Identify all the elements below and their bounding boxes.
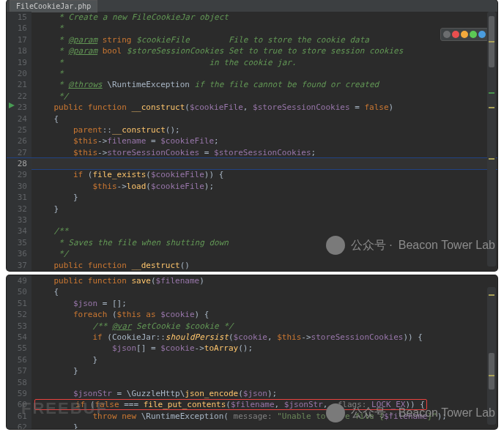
- code-line[interactable]: 22 */: [7, 91, 497, 102]
- line-number: 25: [7, 124, 32, 135]
- line-number: 26: [7, 135, 32, 146]
- code-line[interactable]: 25 parent::__construct();: [7, 124, 497, 135]
- code-line[interactable]: 57 }: [7, 365, 497, 376]
- line-number: 22: [7, 91, 32, 102]
- code-line[interactable]: 32 }: [7, 204, 497, 215]
- code-line[interactable]: 28: [7, 158, 497, 169]
- scrollbar-bottom[interactable]: [487, 287, 496, 425]
- line-number: 49: [7, 275, 32, 286]
- code-line[interactable]: 19 * in the cookie jar.: [7, 57, 497, 68]
- code-line[interactable]: 54 if (CookieJar::shouldPersist($cookie,…: [7, 332, 497, 343]
- code-line[interactable]: 16 *: [7, 23, 497, 34]
- line-number: 31: [7, 192, 32, 203]
- code-line[interactable]: 34 /**: [7, 226, 497, 237]
- code-line[interactable]: 55 $json[] = $cookie->toArray();: [7, 343, 497, 354]
- code-line[interactable]: 27 $this->storeSessionCookies = $storeSe…: [7, 147, 497, 158]
- line-number: 62: [7, 422, 32, 429]
- run-icon[interactable]: [8, 102, 15, 109]
- line-number: 56: [7, 354, 32, 365]
- line-number: 57: [7, 365, 32, 376]
- code-area-top[interactable]: 15 * Create a new FileCookieJar object16…: [7, 12, 497, 271]
- code-line[interactable]: 17 * @param string $cookieFile File to s…: [7, 34, 497, 45]
- line-number: 34: [7, 226, 32, 237]
- code-line[interactable]: 24 {: [7, 113, 497, 124]
- code-line[interactable]: 15 * Create a new FileCookieJar object: [7, 12, 497, 23]
- code-line[interactable]: 23 public function __construct($cookieFi…: [7, 102, 497, 113]
- line-number: 15: [7, 12, 32, 23]
- code-line[interactable]: 49 public function save($filename): [7, 275, 497, 286]
- code-line[interactable]: 50 {: [7, 286, 497, 297]
- line-number: 23: [7, 102, 32, 113]
- freebuf-watermark: FREEBUF: [21, 398, 108, 420]
- line-number: 53: [7, 321, 32, 332]
- code-line[interactable]: 52 foreach ($this as $cookie) {: [7, 309, 497, 320]
- line-number: 18: [7, 45, 32, 56]
- scroll-thumb[interactable]: [489, 353, 494, 390]
- line-number: 52: [7, 309, 32, 320]
- line-number: 28: [7, 158, 32, 169]
- code-line[interactable]: 37 public function __destruct(): [7, 260, 497, 271]
- scrollbar-top[interactable]: [487, 12, 496, 267]
- inspection-buttons[interactable]: [440, 28, 489, 41]
- line-number: 35: [7, 237, 32, 248]
- titlebar: FileCookieJar.php: [7, 0, 497, 12]
- code-line[interactable]: 20 *: [7, 68, 497, 79]
- line-number: 16: [7, 23, 32, 34]
- line-number: 21: [7, 79, 32, 90]
- line-number: 37: [7, 260, 32, 271]
- code-line[interactable]: 30 $this->load($cookieFile);: [7, 181, 497, 192]
- code-line[interactable]: 51 $json = [];: [7, 298, 497, 309]
- line-number: 29: [7, 169, 32, 180]
- code-line[interactable]: 62 }: [7, 422, 497, 429]
- code-line[interactable]: 31 }: [7, 192, 497, 203]
- editor-panel-top: FileCookieJar.php 15 * Create a new File…: [7, 0, 497, 271]
- line-number: 54: [7, 332, 32, 343]
- line-number: 51: [7, 298, 32, 309]
- code-line[interactable]: 33: [7, 215, 497, 226]
- line-number: 32: [7, 204, 32, 215]
- code-line[interactable]: 26 $this->filename = $cookieFile;: [7, 135, 497, 146]
- line-number: 27: [7, 147, 32, 158]
- line-number: 17: [7, 34, 32, 45]
- code-line[interactable]: 56 }: [7, 354, 497, 365]
- line-number: 58: [7, 377, 32, 388]
- line-number: 19: [7, 57, 32, 68]
- editor-panel-bottom: 49 public function save($filename)50 {51…: [7, 275, 497, 429]
- line-number: 33: [7, 215, 32, 226]
- line-number: 20: [7, 68, 32, 79]
- line-number: 55: [7, 343, 32, 354]
- line-number: 24: [7, 113, 32, 124]
- code-line[interactable]: 29 if (file_exists($cookieFile)) {: [7, 169, 497, 180]
- file-tab[interactable]: FileCookieJar.php: [10, 0, 97, 12]
- code-line[interactable]: 21 * @throws \RuntimeException if the fi…: [7, 79, 497, 90]
- code-line[interactable]: 36 */: [7, 248, 497, 259]
- code-line[interactable]: 58: [7, 377, 497, 388]
- code-line[interactable]: 35 * Saves the file when shutting down: [7, 237, 497, 248]
- line-number: 36: [7, 248, 32, 259]
- code-line[interactable]: 53 /** @var SetCookie $cookie */: [7, 321, 497, 332]
- line-number: 50: [7, 286, 32, 297]
- svg-marker-0: [9, 103, 15, 108]
- code-line[interactable]: 18 * @param bool $storeSessionCookies Se…: [7, 45, 497, 56]
- line-number: 30: [7, 181, 32, 192]
